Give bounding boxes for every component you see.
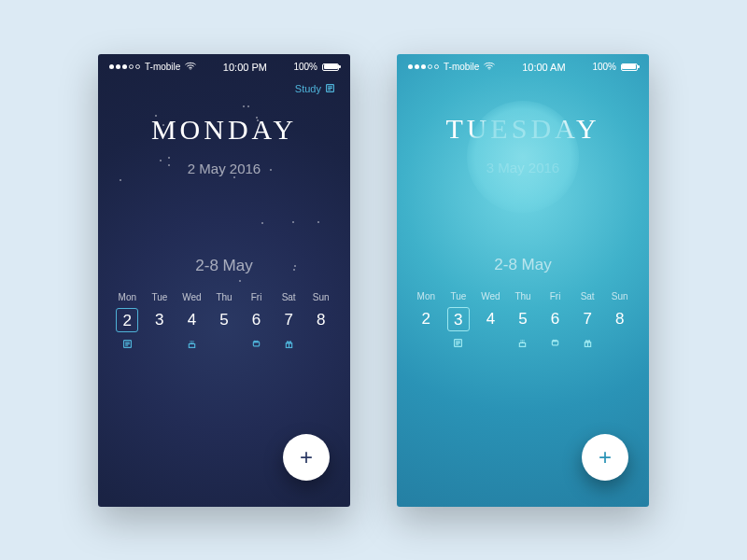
wifi-icon <box>185 62 196 72</box>
week-range: 2-8 May <box>397 256 649 274</box>
note-icon <box>325 83 335 95</box>
battery-label: 100% <box>293 62 317 72</box>
week-range: 2-8 May <box>98 257 350 275</box>
calendar-day[interactable]: 6 <box>551 307 559 331</box>
weekday-label: Tue <box>443 291 475 301</box>
day-name: MONDAY <box>98 114 350 146</box>
add-button[interactable]: + <box>582 434 628 481</box>
battery-icon <box>322 63 339 71</box>
study-tag[interactable]: Study <box>295 83 335 95</box>
status-bar: T-mobile 10:00 PM 100% <box>98 54 350 77</box>
calendar-day[interactable]: 5 <box>219 308 228 332</box>
weekday-label: Sun <box>304 292 337 302</box>
day-event-icon <box>111 338 144 351</box>
battery-label: 100% <box>592 62 616 72</box>
calendar-day[interactable]: 7 <box>284 308 292 332</box>
signal-dots-icon <box>109 64 140 69</box>
week-grid: MonTueWedThuFriSatSun 2345678 <box>98 292 350 351</box>
day-name: TUESDAY <box>397 113 649 145</box>
weekday-label: Mon <box>410 291 443 301</box>
phone-right: T-mobile 10:00 AM 100% TUESDAY 3 May 201… <box>397 54 649 507</box>
weekday-label: Sun <box>603 291 636 301</box>
add-button[interactable]: + <box>283 434 330 481</box>
weekday-label: Fri <box>539 291 571 301</box>
day-event-icon <box>571 337 604 350</box>
date-line: 3 May 2016 <box>397 160 649 175</box>
day-event-icon <box>144 338 176 351</box>
date-line: 2 May 2016 <box>98 161 350 176</box>
weekday-label: Thu <box>208 292 241 302</box>
plus-icon: + <box>300 446 313 469</box>
calendar-day[interactable]: 2 <box>422 307 430 331</box>
calendar-day[interactable]: 3 <box>155 308 163 332</box>
calendar-day[interactable]: 5 <box>518 307 527 331</box>
day-event-icon <box>603 337 636 350</box>
weekday-label: Wed <box>176 292 208 302</box>
battery-icon <box>621 63 638 71</box>
day-event-icon <box>208 338 241 351</box>
day-event-icon <box>474 337 507 350</box>
tag-label: Study <box>295 83 321 94</box>
weekday-label: Thu <box>507 291 540 301</box>
wifi-icon <box>484 62 495 72</box>
day-event-icon <box>240 338 273 351</box>
calendar-day[interactable]: 8 <box>317 308 325 332</box>
calendar-day[interactable]: 3 <box>447 307 470 331</box>
status-time: 10:00 AM <box>522 62 565 73</box>
day-event-icon <box>273 338 305 351</box>
weekday-label: Fri <box>240 292 273 302</box>
weekday-label: Mon <box>111 292 144 302</box>
tag-row: Study <box>98 77 350 95</box>
day-event-icon <box>443 337 475 350</box>
calendar-day[interactable]: 8 <box>615 307 624 331</box>
weekday-label: Tue <box>144 292 176 302</box>
calendar-day[interactable]: 6 <box>252 308 261 332</box>
calendar-day[interactable]: 2 <box>116 308 138 332</box>
day-event-icon <box>507 337 540 350</box>
status-bar: T-mobile 10:00 AM 100% <box>397 54 649 77</box>
carrier-label: T-mobile <box>145 62 180 72</box>
signal-dots-icon <box>408 64 439 69</box>
weekday-label: Sat <box>571 291 604 301</box>
weekday-label: Wed <box>474 291 507 301</box>
plus-icon: + <box>599 446 612 469</box>
carrier-label: T-mobile <box>444 62 479 72</box>
calendar-day[interactable]: 4 <box>486 307 495 331</box>
day-event-icon <box>410 337 443 350</box>
day-event-icon <box>539 337 571 350</box>
weekday-label: Sat <box>273 292 305 302</box>
day-event-icon <box>304 338 337 351</box>
svg-point-0 <box>190 68 191 69</box>
svg-point-7 <box>489 68 490 69</box>
status-time: 10:00 PM <box>223 62 267 73</box>
calendar-day[interactable]: 4 <box>188 308 196 332</box>
day-event-icon <box>176 338 208 351</box>
calendar-day[interactable]: 7 <box>583 307 591 331</box>
phone-left: T-mobile 10:00 PM 100% Study MONDAY 2 Ma… <box>98 54 350 507</box>
week-grid: MonTueWedThuFriSatSun 2345678 <box>397 291 649 350</box>
